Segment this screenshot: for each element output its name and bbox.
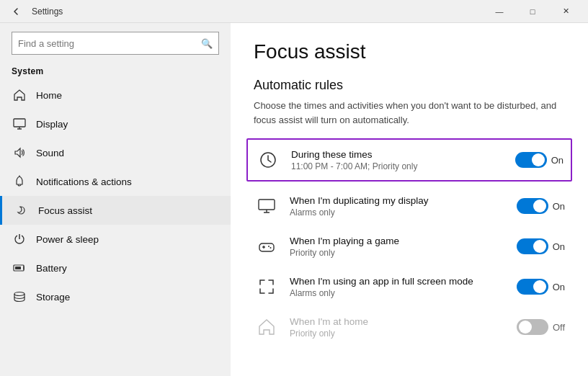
rule-sub-at-home: Priority only	[290, 328, 505, 339]
rule-sub-duplicating-display: Alarms only	[290, 207, 505, 218]
rule-controls-during-times: On	[515, 152, 564, 168]
rule-during-times[interactable]: During these times 11:00 PM - 7:00 AM; P…	[246, 138, 572, 182]
gamepad-icon	[254, 233, 280, 259]
svg-point-4	[14, 292, 24, 296]
back-button[interactable]	[6, 1, 26, 22]
section-title: Automatic rules	[254, 78, 565, 93]
sidebar-label-home: Home	[36, 90, 62, 101]
rule-controls-duplicating-display: On	[517, 198, 565, 214]
sidebar-item-focus-assist[interactable]: Focus assist	[0, 196, 231, 225]
svg-rect-7	[259, 200, 275, 210]
rule-controls-playing-game: On	[517, 238, 565, 254]
rule-at-home[interactable]: When I'm at home Priority only Off	[254, 307, 565, 347]
rule-controls-full-screen: On	[517, 279, 565, 295]
page-title: Focus assist	[254, 40, 565, 63]
rule-full-screen[interactable]: When I'm using an app in full screen mod…	[254, 267, 565, 307]
toggle-during-times[interactable]	[515, 152, 547, 168]
rules-list: During these times 11:00 PM - 7:00 AM; P…	[254, 138, 565, 347]
toggle-thumb-during-times	[532, 153, 545, 166]
sidebar-label-power: Power & sleep	[36, 234, 99, 245]
sidebar-label-display: Display	[36, 119, 68, 130]
home-icon	[12, 89, 27, 102]
rule-text-playing-game: When I'm playing a game Priority only	[290, 236, 505, 258]
search-box[interactable]: 🔍	[12, 32, 219, 55]
clock-icon	[255, 147, 281, 173]
rule-status-playing-game: On	[553, 241, 565, 252]
sidebar-item-notifications[interactable]: Notifications & actions	[0, 167, 231, 196]
search-input[interactable]	[18, 38, 201, 49]
toggle-thumb-playing-game	[533, 240, 546, 253]
title-bar: Settings — □ ✕	[0, 0, 588, 23]
sidebar-item-sound[interactable]: Sound	[0, 138, 231, 167]
home-icon	[254, 314, 280, 340]
sidebar-item-storage[interactable]: Storage	[0, 282, 231, 311]
rules-wrapper: During these times 11:00 PM - 7:00 AM; P…	[254, 138, 565, 347]
sidebar-label-sound: Sound	[36, 148, 64, 158]
rule-controls-at-home: Off	[517, 319, 565, 335]
window-title: Settings	[32, 6, 63, 17]
svg-rect-3	[15, 267, 21, 269]
fullscreen-icon	[254, 274, 280, 300]
maximize-button[interactable]: □	[516, 0, 549, 23]
sidebar-item-display[interactable]: Display	[0, 109, 231, 138]
rule-status-full-screen: On	[553, 282, 565, 292]
focus-assist-icon	[14, 204, 30, 217]
toggle-playing-game[interactable]	[517, 238, 548, 254]
section-desc: Choose the times and activities when you…	[254, 99, 565, 127]
sidebar-nav: Home Display Sound Notifications & actio…	[0, 81, 231, 311]
battery-icon	[12, 261, 27, 274]
toggle-thumb-at-home	[519, 321, 532, 334]
rule-status-at-home: Off	[553, 322, 565, 333]
rule-sub-during-times: 11:00 PM - 7:00 AM; Priority only	[291, 161, 504, 171]
rule-sub-playing-game: Priority only	[290, 248, 505, 258]
sidebar-item-home[interactable]: Home	[0, 81, 231, 109]
rule-duplicating-display[interactable]: When I'm duplicating my display Alarms o…	[254, 186, 565, 226]
toggle-thumb-duplicating-display	[533, 200, 546, 212]
search-icon: 🔍	[201, 38, 213, 49]
toggle-thumb-full-screen	[533, 280, 546, 293]
power-icon	[12, 233, 27, 246]
monitor-icon	[254, 193, 280, 219]
close-button[interactable]: ✕	[549, 0, 582, 23]
display-icon	[12, 117, 27, 130]
toggle-at-home[interactable]	[517, 319, 548, 335]
rule-name-full-screen: When I'm using an app in full screen mod…	[290, 276, 505, 287]
sidebar-item-battery[interactable]: Battery	[0, 254, 231, 282]
sidebar-label-storage: Storage	[36, 292, 70, 303]
sidebar-label-notifications: Notifications & actions	[36, 176, 132, 187]
rule-text-duplicating-display: When I'm duplicating my display Alarms o…	[290, 195, 505, 218]
storage-icon	[12, 290, 27, 303]
svg-point-11	[268, 246, 270, 247]
app-body: 🔍 System Home Display Sound Notification…	[0, 23, 588, 376]
rule-text-at-home: When I'm at home Priority only	[290, 316, 505, 339]
svg-rect-0	[14, 119, 25, 127]
window-controls: — □ ✕	[483, 0, 582, 23]
rule-sub-full-screen: Alarms only	[290, 288, 505, 298]
rule-name-at-home: When I'm at home	[290, 316, 505, 327]
rule-text-full-screen: When I'm using an app in full screen mod…	[290, 276, 505, 298]
svg-point-12	[270, 247, 272, 249]
notifications-icon	[12, 175, 27, 188]
svg-rect-8	[259, 243, 274, 251]
toggle-full-screen[interactable]	[517, 279, 548, 295]
sidebar-label-battery: Battery	[36, 263, 67, 274]
rule-text-during-times: During these times 11:00 PM - 7:00 AM; P…	[291, 149, 504, 171]
minimize-button[interactable]: —	[483, 0, 516, 23]
sidebar-section-label: System	[0, 63, 231, 81]
main-content: Focus assist Automatic rules Choose the …	[231, 23, 588, 376]
rule-name-during-times: During these times	[291, 149, 504, 160]
sidebar: 🔍 System Home Display Sound Notification…	[0, 23, 231, 376]
toggle-duplicating-display[interactable]	[517, 198, 548, 214]
rule-status-during-times: On	[551, 155, 564, 166]
sidebar-label-focus-assist: Focus assist	[38, 205, 92, 216]
sidebar-item-power[interactable]: Power & sleep	[0, 225, 231, 254]
rule-playing-game[interactable]: When I'm playing a game Priority only On	[254, 226, 565, 267]
rule-name-duplicating-display: When I'm duplicating my display	[290, 195, 505, 206]
rule-status-duplicating-display: On	[553, 201, 565, 212]
rule-name-playing-game: When I'm playing a game	[290, 236, 505, 246]
sound-icon	[12, 146, 27, 159]
